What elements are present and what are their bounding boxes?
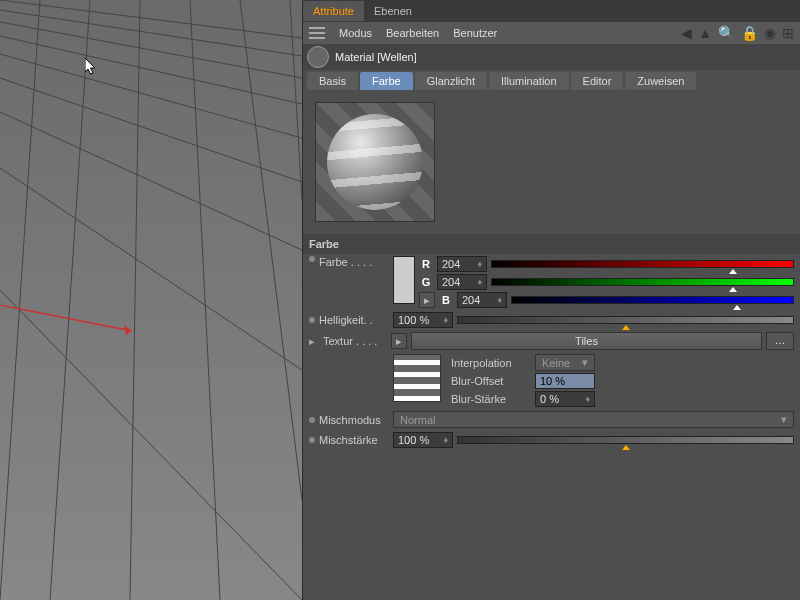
mixstrength-row: Mischstärke 100 %♦ [303, 430, 800, 450]
menu-modus[interactable]: Modus [339, 27, 372, 39]
channel-g-label: G [419, 276, 433, 288]
chevron-down-icon: ▾ [582, 356, 588, 369]
axis-x-icon [0, 305, 140, 345]
cursor-icon [85, 58, 97, 74]
subtab-editor[interactable]: Editor [571, 72, 624, 90]
anim-dot-mixmode[interactable] [309, 417, 315, 423]
texture-row: ▸ Textur . . . . ▸ Tiles … [303, 330, 800, 352]
b-input[interactable]: 204♦ [457, 292, 507, 308]
interpolation-dropdown[interactable]: Keine▾ [535, 354, 595, 371]
mixstrength-input[interactable]: 100 %♦ [393, 432, 453, 448]
lock-icon[interactable]: 🔒 [741, 25, 758, 41]
brightness-label: Helligkeit. . [319, 314, 389, 326]
panel-menu: Modus Bearbeiten Benutzer ◀ ▲ 🔍 🔒 ◉ ⊞ [303, 22, 800, 44]
spinner-icon[interactable]: ♦ [585, 394, 590, 404]
subtab-glanzlicht[interactable]: Glanzlicht [415, 72, 487, 90]
anim-dot-brightness[interactable] [309, 317, 315, 323]
texture-browse-button[interactable]: … [766, 332, 794, 350]
attribute-panel: Attribute Ebenen Modus Bearbeiten Benutz… [302, 0, 800, 600]
texture-detail-row: Interpolation Keine▾ Blur-Offset 10 %♦ B… [303, 352, 800, 409]
subtab-farbe[interactable]: Farbe [360, 72, 413, 90]
channel-r-label: R [419, 258, 433, 270]
texture-label: Textur . . . . [323, 335, 387, 347]
nav-back-icon[interactable]: ◀ [681, 25, 692, 41]
tab-ebenen[interactable]: Ebenen [364, 1, 422, 21]
svg-line-11 [130, 0, 140, 600]
svg-line-13 [240, 0, 302, 500]
color-swatch[interactable] [393, 256, 415, 304]
texture-expand-icon[interactable]: ▸ [391, 333, 407, 349]
texture-name-button[interactable]: Tiles [411, 332, 762, 350]
svg-line-14 [290, 0, 302, 200]
svg-line-1 [0, 10, 302, 56]
spinner-icon[interactable]: ♦ [443, 435, 448, 445]
blur-strength-label: Blur-Stärke [451, 393, 529, 405]
brightness-slider[interactable] [457, 316, 794, 324]
svg-line-12 [190, 0, 220, 600]
mixmode-dropdown[interactable]: Normal▾ [393, 411, 794, 428]
r-slider[interactable] [491, 260, 794, 268]
r-input[interactable]: 204♦ [437, 256, 487, 272]
material-header: Material [Wellen] [303, 44, 800, 70]
blur-offset-label: Blur-Offset [451, 375, 529, 387]
chevron-down-icon: ▾ [781, 413, 787, 426]
preview-area [303, 90, 800, 234]
search-icon[interactable]: 🔍 [718, 25, 735, 41]
material-name: Material [Wellen] [335, 51, 417, 63]
brightness-row: Helligkeit. . 100 %♦ [303, 310, 800, 330]
svg-line-10 [50, 0, 90, 600]
texture-thumb[interactable] [393, 354, 441, 402]
preview-sphere [327, 114, 423, 210]
nav-up-icon[interactable]: ▲ [698, 25, 712, 41]
material-subtabs: Basis Farbe Glanzlicht Illumination Edit… [303, 70, 800, 90]
mixstrength-label: Mischstärke [319, 434, 389, 446]
b-slider[interactable] [511, 296, 794, 304]
target-icon[interactable]: ◉ [764, 25, 776, 41]
anim-dot-farbe[interactable] [309, 256, 315, 262]
svg-line-9 [0, 0, 40, 600]
material-icon[interactable] [307, 46, 329, 68]
menu-benutzer[interactable]: Benutzer [453, 27, 497, 39]
color-label: Farbe . . . . [319, 256, 389, 268]
subtab-zuweisen[interactable]: Zuweisen [625, 72, 696, 90]
spinner-icon[interactable]: ♦ [585, 376, 590, 386]
channel-b-label: B [439, 294, 453, 306]
spinner-icon[interactable]: ♦ [477, 259, 482, 269]
svg-line-4 [0, 54, 302, 138]
color-row: Farbe . . . . R 204♦ G 204♦ ▸ B 204♦ [303, 254, 800, 310]
section-farbe-header: Farbe [303, 234, 800, 254]
new-icon[interactable]: ⊞ [782, 25, 794, 41]
spinner-icon[interactable]: ♦ [497, 295, 502, 305]
grip-icon[interactable] [309, 27, 325, 39]
viewport-3d[interactable] [0, 0, 302, 600]
mixmode-row: Mischmodus Normal▾ [303, 409, 800, 430]
subtab-basis[interactable]: Basis [307, 72, 358, 90]
subtab-illumination[interactable]: Illumination [489, 72, 569, 90]
g-slider[interactable] [491, 278, 794, 286]
material-preview[interactable] [315, 102, 435, 222]
tab-attribute[interactable]: Attribute [303, 1, 364, 21]
menu-bearbeiten[interactable]: Bearbeiten [386, 27, 439, 39]
spinner-icon[interactable]: ♦ [477, 277, 482, 287]
anim-dot-mixstrength[interactable] [309, 437, 315, 443]
brightness-input[interactable]: 100 %♦ [393, 312, 453, 328]
blur-strength-input[interactable]: 0 %♦ [535, 391, 595, 407]
blur-offset-input[interactable]: 10 %♦ [535, 373, 595, 389]
chevron-right-icon[interactable]: ▸ [309, 335, 315, 348]
spinner-icon[interactable]: ♦ [443, 315, 448, 325]
panel-tabs: Attribute Ebenen [303, 0, 800, 22]
interpolation-label: Interpolation [451, 357, 529, 369]
color-expand-icon[interactable]: ▸ [419, 292, 435, 308]
svg-line-0 [0, 0, 302, 38]
mixmode-label: Mischmodus [319, 414, 389, 426]
svg-line-15 [0, 305, 132, 331]
g-input[interactable]: 204♦ [437, 274, 487, 290]
mixstrength-slider[interactable] [457, 436, 794, 444]
